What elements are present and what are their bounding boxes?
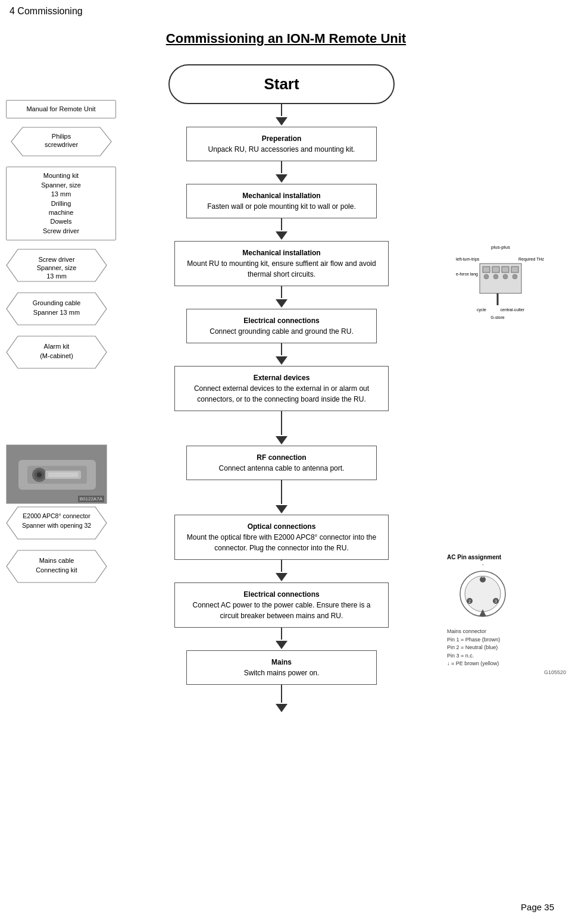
- svg-rect-35: [492, 267, 499, 272]
- svg-text:Grounding cable: Grounding cable: [33, 299, 81, 306]
- step-external: External devices Connect external device…: [174, 366, 389, 411]
- main-title: Commissioning an ION-M Remote Unit: [0, 31, 572, 46]
- arrow-9: [276, 628, 287, 650]
- alarm-hex-shape: Alarm kit (M-cabinet): [6, 336, 107, 369]
- arrow-10: [276, 685, 287, 713]
- svg-text:Connecting kit: Connecting kit: [36, 566, 77, 574]
- svg-rect-22: [88, 463, 90, 487]
- svg-text:E2000 APC8° connector: E2000 APC8° connector: [23, 512, 90, 519]
- svg-text:Philips: Philips: [51, 133, 71, 140]
- svg-text:13 mm: 13 mm: [46, 272, 67, 280]
- start-box: Start: [168, 64, 395, 104]
- step-mech2: Mechanical installation Mount RU to moun…: [174, 241, 389, 286]
- ac-pin-svg: 1 2 3 ↓: [447, 564, 542, 624]
- svg-text:Spanner 13 mm: Spanner 13 mm: [33, 309, 80, 316]
- ac-pin-title: AC Pin assignment: [447, 554, 566, 560]
- arrow-5: [276, 343, 287, 366]
- svg-point-18: [37, 472, 42, 477]
- svg-text:G-store: G-store: [490, 315, 504, 320]
- svg-point-38: [484, 274, 489, 279]
- svg-text:↓: ↓: [482, 564, 484, 566]
- svg-text:e-force lang: e-force lang: [456, 272, 478, 277]
- svg-text:1: 1: [482, 574, 484, 578]
- photo-label: B0122A7A: [78, 496, 104, 502]
- tool-alarm-kit: Alarm kit (M-cabinet): [6, 336, 116, 371]
- step-mech1: Mechanical installation Fasten wall or p…: [186, 184, 377, 218]
- svg-text:Mains cable: Mains cable: [39, 557, 74, 564]
- arrow-2: [276, 161, 287, 184]
- svg-text:Alarm kit: Alarm kit: [44, 343, 70, 350]
- tool-screw-driver: Screw driver Spanner, size 13 mm: [6, 249, 116, 284]
- elec-connection-diagram: plus-plus left-turn-trips Required THz e…: [447, 243, 566, 322]
- svg-point-41: [512, 274, 517, 279]
- ac-pin-diagram: AC Pin assignment 1 2 3 ↓ Mains connecto…: [447, 554, 566, 675]
- diagram-ref: G105520: [447, 669, 566, 675]
- svg-text:central-culter: central-culter: [501, 308, 525, 312]
- svg-text:left-turn-trips: left-turn-trips: [456, 257, 480, 262]
- svg-rect-20: [48, 472, 78, 477]
- svg-rect-21: [24, 463, 26, 487]
- step-mains: Mains Switch mains power on.: [186, 650, 377, 685]
- philips-hex-shape: Philips screwdriver: [11, 127, 112, 156]
- svg-rect-36: [502, 267, 509, 272]
- svg-point-40: [503, 274, 508, 279]
- step-preparation: Preperation Unpack RU, RU accessories an…: [186, 127, 377, 161]
- svg-text:Spanner, size: Spanner, size: [37, 264, 77, 271]
- screwdriver-hex-shape: Screw driver Spanner, size 13 mm: [6, 249, 107, 282]
- svg-point-39: [493, 274, 498, 279]
- tool-grounding-cable: Grounding cable Spanner 13 mm: [6, 292, 116, 327]
- mains-hex-shape: Mains cable Connecting kit: [6, 550, 107, 583]
- tool-e2000: E2000 APC8° connector Spanner with openi…: [6, 506, 116, 541]
- svg-rect-37: [511, 267, 518, 272]
- svg-text:3: 3: [495, 599, 497, 603]
- e2000-photo: B0122A7A: [6, 444, 116, 504]
- tool-mains-cable: Mains cable Connecting kit: [6, 550, 116, 585]
- svg-text:plus-plus: plus-plus: [491, 245, 510, 250]
- step-optical: Optical connections Mount the optical fi…: [174, 515, 389, 560]
- grounding-diagram-svg: plus-plus left-turn-trips Required THz e…: [447, 243, 548, 320]
- svg-text:Spanner with opening 32: Spanner with opening 32: [22, 522, 91, 529]
- arrow-7: [276, 480, 287, 515]
- tool-philips: Philips screwdriver: [6, 127, 116, 158]
- arrow-4: [276, 286, 287, 309]
- arrow-8: [276, 560, 287, 582]
- svg-text:Required THz: Required THz: [518, 257, 545, 262]
- svg-text:Screw driver: Screw driver: [38, 256, 74, 263]
- step-electrical2: Electrical connections Connect AC power …: [174, 582, 389, 628]
- svg-text:screwdriver: screwdriver: [44, 141, 78, 148]
- arrow-3: [276, 218, 287, 241]
- svg-text:(M-cabinet): (M-cabinet): [40, 352, 73, 359]
- right-diagrams: plus-plus left-turn-trips Required THz e…: [447, 64, 566, 713]
- step-electrical1: Electrical connections Connect grounding…: [186, 309, 377, 343]
- e2000-hex-shape: E2000 APC8° connector Spanner with openi…: [6, 506, 107, 540]
- arrow-6: [276, 411, 287, 446]
- grounding-hex-shape: Grounding cable Spanner 13 mm: [6, 292, 107, 325]
- ac-pin-legend: Mains connector Pin 1 = Phase (brown) Pi…: [447, 628, 566, 668]
- page-header: 4 Commissioning: [0, 0, 572, 19]
- arrow-1: [276, 104, 287, 127]
- flowchart: Start Preperation Unpack RU, RU accessor…: [116, 64, 447, 713]
- svg-rect-34: [483, 267, 490, 272]
- sidebar: Manual for Remote Unit Philips screwdriv…: [6, 64, 116, 713]
- svg-text:cycle: cycle: [477, 308, 486, 312]
- tool-manual-remote: Manual for Remote Unit: [6, 100, 116, 118]
- page-footer: Page 35: [521, 902, 554, 912]
- step-rf: RF connection Connect antenna cable to a…: [186, 446, 377, 480]
- svg-text:2: 2: [468, 599, 471, 603]
- tool-mounting-kit: Mounting kitSpanner, size13 mmDrillingma…: [6, 167, 116, 240]
